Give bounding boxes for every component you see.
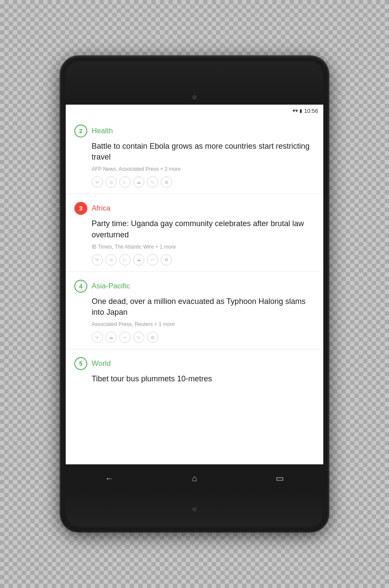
item-headline-4[interactable]: Tibet tour bus plummets 10-metres [92, 374, 315, 384]
home-icon: ⌂ [192, 473, 197, 483]
source-icon-twitter[interactable]: ✿ [161, 176, 172, 188]
source-icon-w-3[interactable]: W [92, 332, 103, 343]
top-bezel [66, 61, 323, 105]
item-sources-1: AFP News, Associated Press + 2 more [92, 166, 315, 172]
item-sources-3: Associated Press, Reuters + 1 more [92, 321, 315, 327]
source-icon-share-2[interactable]: ↩ [147, 254, 158, 265]
bottom-sensor [192, 507, 197, 511]
item-header-3: 4 Asia-Pacific [74, 280, 315, 293]
news-feed[interactable]: 2 Health Battle to contain Ebola grows a… [66, 117, 323, 464]
item-icons-1: W ◎ ▷ ⛰ % ✿ [92, 176, 315, 188]
screen: ▾▾ ▮ 10:56 2 Health Battle to con [66, 105, 323, 464]
item-number-4: 5 [74, 357, 87, 370]
item-content-2: Party time: Uganda gay community celebra… [74, 218, 315, 265]
source-icon-video-2[interactable]: ▷ [119, 254, 131, 265]
tablet-device: ▾▾ ▮ 10:56 2 Health Battle to con [61, 56, 328, 532]
wifi-icon: ▾▾ [293, 108, 298, 114]
source-icon-location[interactable]: ◎ [105, 176, 117, 188]
news-item-2[interactable]: 3 Africa Party time: Uganda gay communit… [66, 194, 323, 272]
item-category-4[interactable]: World [92, 359, 111, 368]
source-icon-percent[interactable]: % [147, 176, 158, 188]
item-icons-3: W ⛰ ↩ % ✿ [92, 332, 315, 343]
item-content-4: Tibet tour bus plummets 10-metres [74, 374, 315, 384]
source-icon-image-2[interactable]: ⛰ [133, 254, 144, 265]
item-category-2[interactable]: Africa [92, 204, 110, 213]
news-item-4[interactable]: 5 World Tibet tour bus plummets 10-metre… [66, 349, 323, 394]
front-camera [192, 95, 197, 99]
clock: 10:56 [304, 108, 318, 114]
source-icon-w[interactable]: W [92, 176, 103, 188]
item-headline-3[interactable]: One dead, over a million evacuated as Ty… [92, 296, 315, 318]
news-item-1[interactable]: 2 Health Battle to contain Ebola grows a… [66, 117, 323, 194]
item-category-3[interactable]: Asia-Pacific [92, 282, 130, 291]
status-bar: ▾▾ ▮ 10:56 [66, 105, 323, 117]
item-header-1: 2 Health [74, 125, 315, 137]
home-button[interactable]: ⌂ [183, 469, 206, 488]
item-headline-1[interactable]: Battle to contain Ebola grows as more co… [92, 141, 315, 163]
source-icon-twitter-2[interactable]: ✿ [161, 254, 172, 265]
source-icon-w-2[interactable]: W [92, 254, 103, 265]
battery-icon: ▮ [300, 108, 302, 114]
tablet-screen-container: ▾▾ ▮ 10:56 2 Health Battle to con [66, 61, 323, 527]
item-number-3: 4 [74, 280, 87, 293]
news-item-3[interactable]: 4 Asia-Pacific One dead, over a million … [66, 272, 323, 349]
source-icon-twitter-3[interactable]: ✿ [147, 332, 158, 343]
source-icon-share-3[interactable]: ↩ [119, 332, 131, 343]
recents-icon: ▭ [276, 473, 284, 483]
status-icons: ▾▾ ▮ 10:56 [293, 108, 318, 114]
item-header-2: 3 Africa [74, 202, 315, 215]
source-icon-image-3[interactable]: ⛰ [105, 332, 117, 343]
item-header-4: 5 World [74, 357, 315, 370]
item-number-2: 3 [74, 202, 87, 215]
item-icons-2: W ◎ ▷ ⛰ ↩ ✿ [92, 254, 315, 265]
android-nav-bar: ← ⌂ ▭ [66, 464, 323, 492]
source-icon-image[interactable]: ⛰ [133, 176, 144, 188]
item-sources-2: IB Times, The Atlantic Wire + 1 more [92, 244, 315, 250]
source-icon-video[interactable]: ▷ [119, 176, 131, 188]
bottom-bezel [66, 492, 323, 527]
recents-button[interactable]: ▭ [267, 469, 293, 488]
item-content-1: Battle to contain Ebola grows as more co… [74, 141, 315, 188]
source-icon-percent-3[interactable]: % [133, 332, 144, 343]
item-category-1[interactable]: Health [92, 127, 113, 135]
back-button[interactable]: ← [96, 469, 122, 488]
item-number-1: 2 [74, 125, 87, 137]
item-headline-2[interactable]: Party time: Uganda gay community celebra… [92, 218, 315, 240]
source-icon-location-2[interactable]: ◎ [105, 254, 117, 265]
back-icon: ← [105, 473, 114, 483]
item-content-3: One dead, over a million evacuated as Ty… [74, 296, 315, 343]
